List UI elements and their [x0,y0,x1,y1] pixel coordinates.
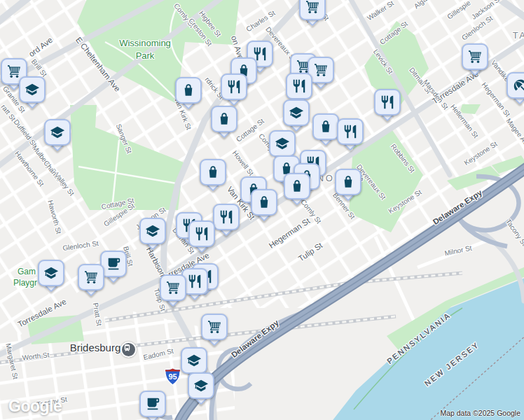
coffee-icon [145,396,160,412]
restaurant-icon [380,94,395,110]
marker-bubble [299,0,326,20]
poi-marker-shopping-cart[interactable] [78,264,104,290]
marker-bubble [19,76,46,103]
shopping-bag-icon [318,119,333,134]
poi-marker-shopping-bag[interactable] [200,159,226,186]
marker-bubble [188,220,215,247]
poi-marker-restaurant[interactable] [188,220,215,247]
poi-marker-shopping-bag[interactable] [251,189,277,216]
marker-bubble [286,73,312,99]
poi-marker-restaurant[interactable] [337,118,364,145]
shopping-bag-icon [216,111,232,127]
restaurant-icon [226,79,242,94]
graduation-cap-icon [193,378,209,393]
poi-marker-shopping-bag[interactable] [211,106,237,132]
poi-marker-shopping-bag[interactable] [284,173,310,200]
restaurant-icon [343,124,358,139]
shopping-cart-icon [305,0,320,15]
poi-marker-restaurant[interactable] [221,74,247,100]
marker-bubble [175,77,202,104]
poi-marker-restaurant[interactable] [286,73,312,99]
restaurant-icon [219,209,234,225]
restaurant-icon [291,78,307,94]
marker-bubble [284,173,310,200]
marker-bubble [200,159,226,186]
marker-bubble [337,118,364,145]
poi-marker-graduation-cap[interactable] [38,260,64,286]
poi-marker-shopping-cart[interactable] [160,274,186,301]
shopping-bag-icon [289,178,305,194]
graduation-cap-icon [25,82,40,97]
map-attribution: Map data ©2025 Google [440,409,520,417]
map-markers-layer [0,0,524,420]
shopping-cart-icon [313,62,329,78]
poi-marker-restaurant[interactable] [374,89,401,115]
marker-bubble [462,43,488,70]
marker-bubble [188,372,214,399]
graduation-cap-icon [186,353,202,368]
google-logo[interactable]: Google [8,397,62,416]
poi-marker-shopping-cart[interactable] [462,43,488,70]
map-canvas[interactable]: Comly StCreston StHigbee StCharles StDev… [0,0,524,420]
marker-bubble [44,119,71,146]
restaurant-icon [194,226,209,241]
marker-bubble [312,113,339,140]
marker-bubble [201,314,228,340]
poi-marker-shopping-bag[interactable] [335,169,361,195]
poi-marker-shopping-cart[interactable] [201,314,228,340]
marker-bubble [374,89,401,115]
poi-marker-graduation-cap[interactable] [19,76,46,103]
poi-marker-graduation-cap[interactable] [181,347,207,374]
poi-marker-shopping-cart[interactable] [299,0,326,20]
poi-marker-shopping-bag[interactable] [312,113,339,140]
poi-marker-graduation-cap[interactable] [188,372,214,399]
marker-bubble [283,99,310,126]
graduation-cap-icon [145,223,160,239]
graduation-cap-icon [289,105,304,120]
marker-bubble [335,169,361,195]
marker-bubble [251,189,277,216]
poi-marker-graduation-cap[interactable] [139,218,166,244]
marker-bubble [213,204,240,230]
poi-marker-graduation-cap[interactable] [283,99,310,126]
graduation-cap-icon [275,136,290,151]
shopping-bag-icon [256,195,272,210]
poi-marker-coffee[interactable] [139,391,166,417]
marker-bubble [38,260,64,286]
shopping-bag-icon [340,174,356,190]
marker-bubble [139,218,166,244]
poi-marker-graduation-cap[interactable] [44,119,71,146]
shopping-cart-icon [83,270,99,285]
shopping-bag-icon [181,83,196,98]
shopping-bag-icon [205,164,221,180]
umbrella-icon [512,78,524,93]
coffee-icon [106,256,121,272]
shopping-cart-icon [207,319,222,335]
poi-marker-umbrella[interactable] [506,72,524,99]
marker-bubble [506,72,524,99]
marker-bubble [78,264,104,290]
poi-marker-graduation-cap[interactable] [269,130,296,157]
marker-bubble [139,391,166,417]
graduation-cap-icon [50,125,65,140]
poi-marker-restaurant[interactable] [213,204,240,230]
marker-bubble [269,130,296,157]
marker-bubble [211,106,237,132]
graduation-cap-icon [43,265,59,281]
shopping-cart-icon [467,49,483,64]
marker-bubble [181,347,207,374]
restaurant-icon [187,274,202,289]
marker-bubble [160,274,186,301]
shopping-cart-icon [165,280,181,295]
poi-marker-shopping-bag[interactable] [175,77,202,104]
marker-bubble [221,74,247,100]
